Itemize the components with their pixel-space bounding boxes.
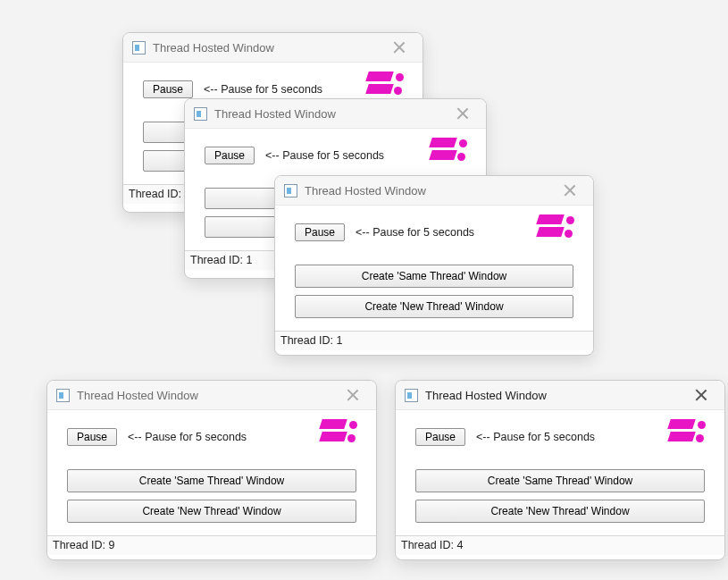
create-new-thread-button[interactable]: Create 'New Thread' Window	[295, 295, 573, 318]
titlebar[interactable]: Thread Hosted Window	[47, 381, 376, 410]
titlebar[interactable]: Thread Hosted Window	[396, 381, 724, 410]
close-button[interactable]	[333, 382, 372, 408]
pause-hint: <-- Pause for 5 seconds	[356, 226, 474, 239]
window-title: Thread Hosted Window	[153, 41, 380, 55]
app-logo	[538, 214, 577, 250]
window-title: Thread Hosted Window	[214, 107, 443, 121]
pause-hint: <-- Pause for 5 seconds	[476, 431, 595, 443]
window: Thread Hosted Window Pause <-- Pause for…	[395, 380, 725, 560]
pause-hint: <-- Pause for 5 seconds	[265, 149, 384, 162]
statusbar: Thread ID: 4	[396, 535, 724, 555]
close-icon	[695, 389, 707, 401]
close-icon	[456, 107, 469, 120]
pause-button[interactable]: Pause	[295, 223, 345, 241]
window-title: Thread Hosted Window	[305, 184, 550, 198]
window-title: Thread Hosted Window	[77, 389, 333, 402]
create-same-thread-button[interactable]: Create 'Same Thread' Window	[415, 469, 705, 492]
window-content: Pause <-- Pause for 5 seconds Create 'Sa…	[275, 206, 593, 331]
app-icon	[194, 107, 207, 121]
pause-hint: <-- Pause for 5 seconds	[204, 83, 322, 96]
close-button[interactable]	[550, 178, 590, 203]
create-same-thread-button[interactable]: Create 'Same Thread' Window	[295, 265, 573, 288]
pause-button[interactable]: Pause	[143, 80, 193, 98]
pause-hint: <-- Pause for 5 seconds	[128, 431, 247, 443]
status-thread-id: Thread ID: 1	[190, 254, 252, 266]
status-thread-id: Thread ID: 4	[401, 539, 463, 551]
status-thread-id: Thread ID: 1	[129, 188, 190, 200]
app-icon	[56, 389, 70, 402]
app-logo	[431, 138, 470, 173]
titlebar[interactable]: Thread Hosted Window	[275, 176, 593, 206]
close-icon	[347, 389, 359, 401]
app-logo	[669, 419, 708, 455]
close-icon	[564, 184, 576, 197]
statusbar: Thread ID: 1	[275, 331, 593, 350]
status-thread-id: Thread ID: 9	[53, 539, 114, 551]
pause-button[interactable]: Pause	[205, 147, 255, 164]
app-icon	[405, 389, 418, 402]
close-button[interactable]	[443, 101, 482, 126]
titlebar[interactable]: Thread Hosted Window	[123, 33, 423, 63]
statusbar: Thread ID: 9	[47, 535, 376, 555]
window: Thread Hosted Window Pause <-- Pause for…	[46, 380, 377, 560]
app-icon	[132, 41, 146, 55]
create-new-thread-button[interactable]: Create 'New Thread' Window	[67, 500, 356, 523]
app-logo	[321, 419, 360, 455]
pause-button[interactable]: Pause	[67, 428, 117, 446]
app-icon	[284, 184, 297, 198]
pause-button[interactable]: Pause	[415, 428, 465, 446]
status-thread-id: Thread ID: 1	[280, 334, 342, 347]
window-content: Pause <-- Pause for 5 seconds Create 'Sa…	[396, 410, 724, 535]
close-button[interactable]	[682, 382, 721, 408]
close-icon	[393, 41, 406, 54]
create-new-thread-button[interactable]: Create 'New Thread' Window	[415, 500, 705, 523]
close-button[interactable]	[380, 35, 419, 60]
titlebar[interactable]: Thread Hosted Window	[185, 99, 486, 129]
window-title: Thread Hosted Window	[425, 389, 682, 402]
create-same-thread-button[interactable]: Create 'Same Thread' Window	[67, 469, 356, 492]
window-content: Pause <-- Pause for 5 seconds Create 'Sa…	[47, 410, 376, 535]
window: Thread Hosted Window Pause <-- Pause for…	[274, 175, 594, 356]
